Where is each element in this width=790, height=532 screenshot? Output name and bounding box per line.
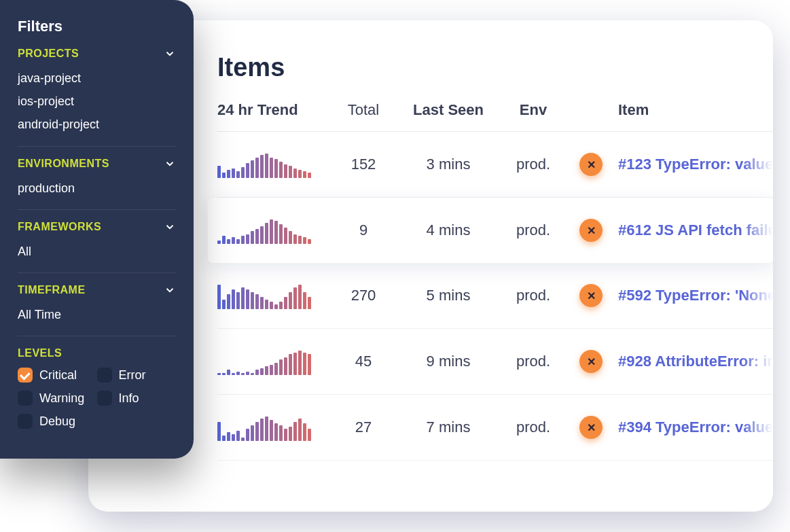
level-label: Info: [119, 391, 139, 406]
cell-last-seen: 7 mins: [401, 419, 496, 436]
col-env: Env: [503, 101, 564, 119]
filter-item[interactable]: ios-project: [18, 90, 176, 113]
checkbox-icon: [18, 391, 33, 406]
cell-last-seen: 9 mins: [401, 353, 496, 370]
cell-env: prod.: [503, 156, 564, 173]
filter-section: TIMEFRAME All Time: [18, 272, 176, 336]
level-label: Warning: [39, 391, 84, 406]
error-icon: ✕: [579, 416, 603, 439]
item-link[interactable]: #123 TypeError: value is: [618, 156, 773, 173]
checkbox-icon: [18, 368, 33, 383]
filter-section-levels: LEVELS Critical Error Warning Info Debug: [18, 336, 176, 438]
error-icon: ✕: [579, 284, 603, 307]
checkbox-icon: [97, 391, 112, 406]
filter-item[interactable]: All Time: [18, 303, 176, 326]
cell-total: 270: [333, 287, 394, 304]
table-row[interactable]: 9 4 mins prod. ✕ #612 JS API fetch failu…: [208, 198, 773, 263]
section-header[interactable]: PROJECTS: [18, 48, 176, 60]
table-row[interactable]: 45 9 mins prod. ✕ #928 AttributeError: i…: [217, 329, 773, 395]
table-header: 24 hr Trend Total Last Seen Env Item: [217, 101, 773, 132]
item-link[interactable]: #394 TypeError: value i: [618, 419, 773, 436]
level-label: Error: [119, 368, 146, 383]
section-header[interactable]: ENVIRONMENTS: [18, 158, 176, 170]
level-checkbox[interactable]: Debug: [18, 414, 97, 429]
filter-section: ENVIRONMENTS production: [18, 146, 176, 209]
level-label: Critical: [39, 368, 77, 383]
table-row[interactable]: 270 5 mins prod. ✕ #592 TypeError: 'None: [217, 263, 773, 329]
chevron-down-icon: [164, 48, 176, 60]
level-checkbox[interactable]: Critical: [18, 368, 97, 383]
filter-section: PROJECTS java-projectios-projectandroid-…: [18, 48, 176, 146]
error-icon: ✕: [579, 350, 603, 373]
page-title: Items: [217, 53, 773, 82]
col-item: Item: [618, 101, 773, 119]
cell-env: prod.: [503, 353, 564, 370]
col-status: [571, 101, 611, 119]
trend-sparkline: [217, 348, 326, 375]
filter-item[interactable]: production: [18, 177, 176, 200]
level-checkbox[interactable]: Warning: [18, 391, 97, 406]
trend-sparkline: [217, 151, 326, 178]
trend-sparkline: [217, 217, 326, 244]
cell-env: prod.: [503, 419, 564, 436]
col-last: Last Seen: [401, 101, 496, 119]
cell-total: 27: [333, 419, 394, 436]
cell-last-seen: 3 mins: [401, 156, 496, 173]
item-link[interactable]: #612 JS API fetch failure: [618, 221, 773, 239]
filter-item[interactable]: All: [18, 240, 176, 263]
col-trend: 24 hr Trend: [217, 101, 326, 119]
section-label: FRAMEWORKS: [18, 221, 101, 233]
section-label: PROJECTS: [18, 48, 79, 60]
chevron-down-icon: [164, 221, 176, 233]
cell-total: 9: [333, 221, 394, 239]
section-header[interactable]: FRAMEWORKS: [18, 221, 176, 233]
section-label: LEVELS: [18, 347, 62, 359]
error-icon: ✕: [579, 219, 603, 242]
table-row[interactable]: 152 3 mins prod. ✕ #123 TypeError: value…: [217, 132, 773, 198]
cell-total: 45: [333, 353, 394, 370]
section-header-levels[interactable]: LEVELS: [18, 347, 176, 359]
trend-sparkline: [217, 282, 326, 309]
level-label: Debug: [39, 414, 75, 429]
level-checkbox[interactable]: Error: [97, 368, 177, 383]
table-row[interactable]: 27 7 mins prod. ✕ #394 TypeError: value …: [217, 395, 773, 461]
filter-item[interactable]: android-project: [18, 113, 176, 136]
chevron-down-icon: [164, 158, 176, 170]
checkbox-icon: [18, 414, 33, 429]
cell-env: prod.: [503, 221, 564, 239]
level-checkbox[interactable]: Info: [97, 391, 177, 406]
section-label: ENVIRONMENTS: [18, 158, 109, 170]
section-label: TIMEFRAME: [18, 284, 86, 296]
error-icon: ✕: [579, 153, 603, 176]
col-total: Total: [333, 101, 394, 119]
trend-sparkline: [217, 414, 326, 441]
item-link[interactable]: #592 TypeError: 'None: [618, 287, 773, 304]
item-link[interactable]: #928 AttributeError: inc: [618, 353, 773, 370]
cell-last-seen: 5 mins: [401, 287, 496, 304]
filter-section: FRAMEWORKS All: [18, 209, 176, 272]
cell-last-seen: 4 mins: [401, 221, 496, 239]
filter-item[interactable]: java-project: [18, 67, 176, 90]
filters-sidebar: Filters PROJECTS java-projectios-project…: [0, 0, 194, 459]
checkbox-icon: [97, 368, 112, 383]
sidebar-title: Filters: [18, 18, 176, 35]
section-header[interactable]: TIMEFRAME: [18, 284, 176, 296]
cell-env: prod.: [503, 287, 564, 304]
cell-total: 152: [333, 156, 394, 173]
chevron-down-icon: [164, 284, 176, 296]
